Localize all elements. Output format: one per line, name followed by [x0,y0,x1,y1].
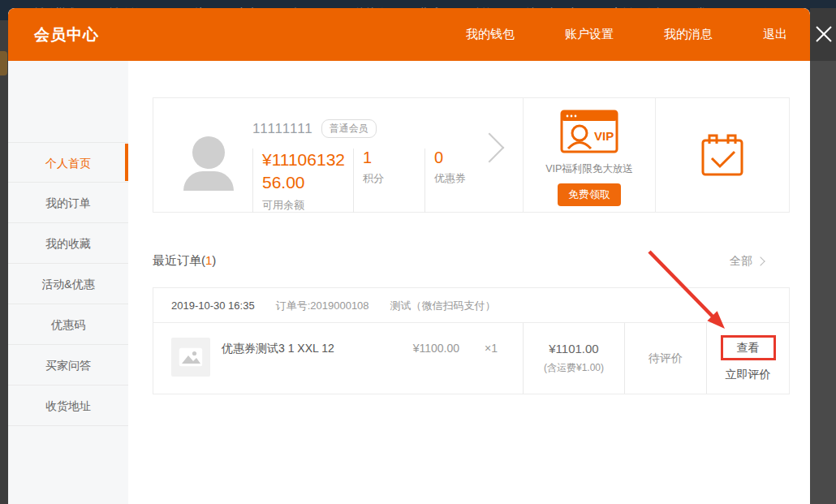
nav-my-messages[interactable]: 我的消息 [664,27,713,42]
chevron-right-icon [756,256,765,265]
order-status: 待评价 [649,351,683,366]
vip-caption: VIP福利限免大放送 [524,162,655,176]
coupons-value: 0 [434,149,466,167]
sidebar-list: 个人首页 我的订单 我的收藏 活动&优惠 优惠码 买家问答 收货地址 [8,142,128,426]
balance-value: ¥1110613256.00 [262,149,351,194]
vip-promo-section: VIP VIP福利限免大放送 免费领取 [523,98,655,212]
recent-orders-header: 最近订单(1) 全部 [153,253,790,269]
product-thumbnail [171,338,210,377]
profile-card: 11111111 普通会员 ¥1110613256.00 可用余额 1 积分 [153,97,790,213]
coupons-label: 优惠券 [434,171,466,186]
profile-info: 11111111 普通会员 ¥1110613256.00 可用余额 1 积分 [252,119,466,213]
vip-icon-label: VIP [594,129,614,143]
sidebar-item-coupon-code[interactable]: 优惠码 [8,304,128,345]
sidebar-item-activities[interactable]: 活动&优惠 [8,264,128,304]
profile-stats: ¥1110613256.00 可用余额 1 积分 0 优惠券 [252,149,466,213]
balance-stat: ¥1110613256.00 可用余额 [252,149,353,213]
points-stat: 1 积分 [353,149,424,213]
close-button[interactable] [812,21,836,47]
annotation-highlight-box: 查看 [721,335,776,360]
review-now-button[interactable]: 立即评价 [726,368,771,382]
view-all-orders-link[interactable]: 全部 [730,254,764,269]
points-label: 积分 [363,171,424,186]
close-icon [814,24,834,44]
free-claim-button[interactable]: 免费领取 [558,183,621,206]
balance-label: 可用余额 [262,198,353,213]
nav-logout[interactable]: 退出 [763,27,787,42]
product-quantity: ×1 [459,342,523,394]
sidebar-item-personal-home[interactable]: 个人首页 [8,142,128,183]
order-status-cell: 待评价 [624,323,706,394]
page-title: 会员中心 [34,24,99,45]
image-placeholder-icon [179,347,203,367]
points-value: 1 [363,149,424,167]
sidebar-item-shipping-address[interactable]: 收货地址 [8,386,128,426]
member-center-modal: 会员中心 我的钱包 账户设置 我的消息 退出 个人首页 我的订单 我的收藏 活动… [8,8,810,504]
order-total-amount: ¥1101.00 [549,342,598,355]
order-action-cell: 查看 立即评价 [706,323,789,394]
vip-window-icon: VIP [560,110,618,153]
calendar-check-icon[interactable] [700,132,745,178]
order-number: 订单号:2019000108 [276,288,369,322]
checkin-section [655,98,789,212]
chevron-right-icon[interactable] [475,133,505,163]
header-nav: 我的钱包 账户设置 我的消息 退出 [416,27,810,42]
order-total-cell: ¥1101.00 (含运费¥1.00) [523,323,624,394]
order-payment-method: 测试（微信扫码支付） [390,288,496,322]
order-product-cell: 优惠券测试3 1 XXL 12 ¥1100.00 ×1 [153,323,523,394]
background-right-strip [810,20,836,504]
recent-orders-title: 最近订单(1) [153,253,216,269]
sidebar-item-my-favorites[interactable]: 我的收藏 [8,223,128,264]
order-shipping-note: (含运费¥1.00) [544,361,604,375]
view-order-button[interactable]: 查看 [737,341,760,354]
sidebar-item-my-orders[interactable]: 我的订单 [8,183,128,223]
profile-summary: 11111111 普通会员 ¥1110613256.00 可用余额 1 积分 [153,98,523,212]
product-name[interactable]: 优惠券测试3 1 XXL 12 [222,342,382,394]
order-item-row: 优惠券测试3 1 XXL 12 ¥1100.00 ×1 ¥1101.00 (含运… [153,323,789,394]
avatar [183,136,234,190]
nav-account-settings[interactable]: 账户设置 [565,27,614,42]
background-left-strip [0,20,8,504]
product-price: ¥1100.00 [382,342,459,394]
nav-my-wallet[interactable]: 我的钱包 [466,27,515,42]
sidebar-item-buyer-qa[interactable]: 买家问答 [8,345,128,386]
main-content: 11111111 普通会员 ¥1110613256.00 可用余额 1 积分 [153,61,790,394]
modal-header: 会员中心 我的钱包 账户设置 我的消息 退出 [8,8,810,61]
username: 11111111 [252,121,313,137]
order-card: 2019-10-30 16:35 订单号:2019000108 测试（微信扫码支… [153,287,790,394]
member-level-badge: 普通会员 [321,119,377,138]
order-meta-row: 2019-10-30 16:35 订单号:2019000108 测试（微信扫码支… [153,288,789,323]
background-element [0,51,7,75]
sidebar: 个人首页 我的订单 我的收藏 活动&优惠 优惠码 买家问答 收货地址 [8,61,128,504]
order-datetime: 2019-10-30 16:35 [171,288,255,322]
coupons-stat: 0 优惠券 [424,149,466,213]
